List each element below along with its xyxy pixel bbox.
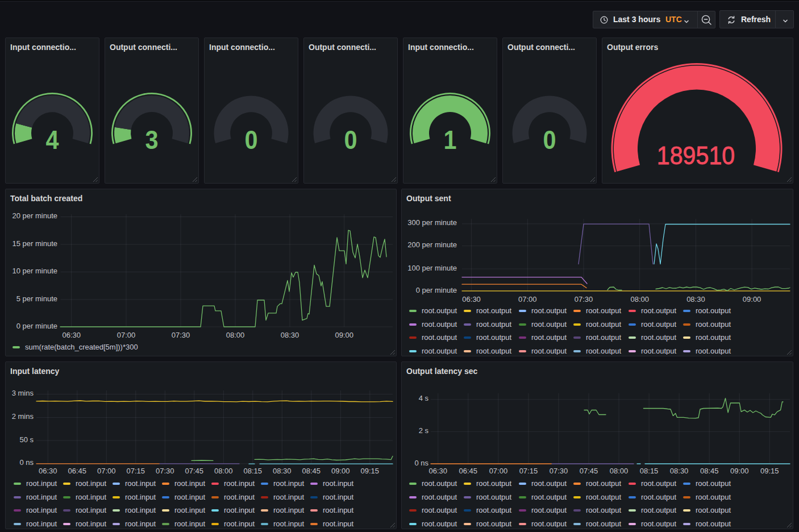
svg-text:08:00: 08:00	[226, 331, 245, 339]
svg-text:2 mins: 2 mins	[12, 412, 34, 421]
svg-text:300 per minute: 300 per minute	[407, 218, 457, 227]
svg-text:07:15: 07:15	[127, 467, 145, 475]
svg-text:2 s: 2 s	[419, 426, 429, 435]
svg-text:10 per minute: 10 per minute	[13, 267, 58, 275]
svg-text:100 per minute: 100 per minute	[407, 264, 457, 272]
svg-text:08:45: 08:45	[700, 467, 719, 475]
svg-text:1: 1	[443, 125, 456, 155]
svg-text:07:00: 07:00	[117, 331, 136, 339]
svg-text:07:00: 07:00	[97, 467, 116, 475]
svg-text:0 per minute: 0 per minute	[16, 322, 57, 330]
svg-text:3: 3	[145, 125, 158, 155]
svg-text:08:30: 08:30	[281, 331, 299, 339]
svg-text:07:45: 07:45	[580, 467, 598, 475]
svg-text:07:15: 07:15	[519, 467, 538, 475]
svg-text:0 ns: 0 ns	[19, 458, 34, 467]
svg-text:08:45: 08:45	[302, 467, 321, 475]
svg-text:07:00: 07:00	[489, 467, 508, 475]
svg-text:189510: 189510	[657, 141, 735, 169]
svg-text:08:00: 08:00	[630, 295, 649, 304]
svg-text:3 mins: 3 mins	[12, 389, 34, 397]
svg-text:07:30: 07:30	[156, 467, 174, 475]
svg-text:09:15: 09:15	[361, 467, 380, 475]
svg-text:09:00: 09:00	[335, 331, 353, 339]
svg-text:06:30: 06:30	[429, 467, 448, 475]
svg-text:06:30: 06:30	[39, 467, 57, 475]
svg-text:07:00: 07:00	[518, 295, 537, 304]
svg-text:07:30: 07:30	[575, 295, 593, 304]
svg-text:0 ns: 0 ns	[414, 459, 428, 467]
svg-text:06:30: 06:30	[62, 331, 81, 339]
svg-text:50 s: 50 s	[19, 435, 34, 444]
svg-text:4 s: 4 s	[419, 394, 429, 402]
svg-text:08:00: 08:00	[610, 467, 629, 475]
svg-text:07:45: 07:45	[185, 467, 204, 475]
svg-text:09:00: 09:00	[743, 295, 761, 304]
svg-text:08:15: 08:15	[244, 467, 263, 475]
svg-text:08:00: 08:00	[214, 467, 233, 475]
svg-text:07:30: 07:30	[172, 331, 190, 339]
svg-text:08:30: 08:30	[670, 467, 689, 475]
svg-text:0: 0	[543, 125, 556, 155]
svg-text:09:15: 09:15	[760, 467, 779, 475]
svg-text:0: 0	[344, 125, 357, 155]
svg-text:4: 4	[45, 125, 59, 155]
svg-text:08:15: 08:15	[640, 467, 659, 475]
svg-text:20 per minute: 20 per minute	[13, 211, 58, 220]
svg-text:08:30: 08:30	[273, 467, 292, 475]
svg-text:07:30: 07:30	[550, 467, 568, 475]
svg-text:06:45: 06:45	[459, 467, 478, 475]
svg-text:0 per minute: 0 per minute	[416, 286, 457, 294]
svg-text:09:00: 09:00	[331, 467, 350, 475]
svg-text:06:30: 06:30	[462, 295, 481, 304]
svg-text:5 per minute: 5 per minute	[16, 294, 57, 303]
svg-text:08:30: 08:30	[686, 295, 705, 304]
svg-text:15 per minute: 15 per minute	[13, 239, 58, 248]
svg-text:09:00: 09:00	[730, 467, 749, 475]
svg-text:200 per minute: 200 per minute	[407, 240, 457, 249]
svg-text:06:45: 06:45	[68, 467, 87, 475]
svg-text:0: 0	[244, 125, 257, 155]
